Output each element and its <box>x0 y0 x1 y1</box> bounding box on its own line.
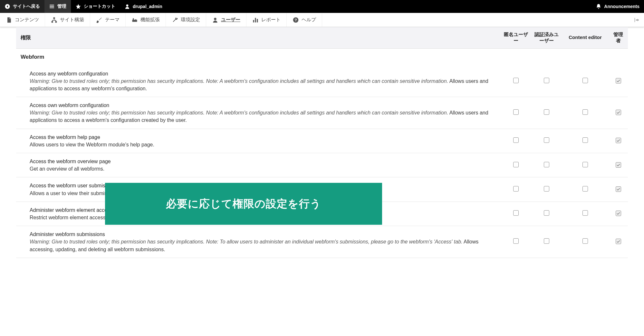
svg-rect-3 <box>50 7 54 8</box>
permission-cell: Access the webform overview pageGet an o… <box>16 153 501 177</box>
col-anon: 匿名ユーザー <box>501 27 531 48</box>
structure-icon <box>51 17 57 23</box>
document-icon <box>6 17 12 23</box>
permission-checkbox[interactable] <box>582 186 588 192</box>
announcements-button[interactable]: Announcements <box>591 0 644 13</box>
svg-text:?: ? <box>294 18 297 22</box>
permission-checkbox[interactable] <box>544 238 549 244</box>
puzzle-icon <box>131 17 138 23</box>
permission-checkbox[interactable] <box>616 138 621 143</box>
checkbox-cell <box>531 65 562 97</box>
permission-checkbox[interactable] <box>582 78 588 83</box>
module-row: Webform <box>16 48 628 65</box>
brush-icon <box>96 17 102 23</box>
permission-checkbox[interactable] <box>513 238 519 244</box>
permission-title: Access the webform overview page <box>30 158 497 165</box>
permission-description: Warning: Give to trusted roles only; thi… <box>30 77 497 92</box>
tab-theme-label: テーマ <box>105 17 120 23</box>
tab-structure[interactable]: サイト構築 <box>45 13 90 27</box>
permission-checkbox[interactable] <box>616 186 621 192</box>
tab-extend[interactable]: 機能拡張 <box>126 13 166 27</box>
tab-report-label: レポート <box>261 17 281 23</box>
permission-description: Warning: Give to trusted roles only; thi… <box>30 109 497 124</box>
checkbox-cell <box>501 65 531 97</box>
tab-help[interactable]: ? ヘルプ <box>287 13 322 27</box>
tab-content[interactable]: コンテンツ <box>0 13 45 27</box>
permission-checkbox[interactable] <box>616 110 621 115</box>
tab-people[interactable]: ユーザー <box>206 13 246 27</box>
svg-rect-11 <box>257 19 258 22</box>
permission-checkbox[interactable] <box>544 109 549 115</box>
tab-theme[interactable]: テーマ <box>90 13 126 27</box>
permission-checkbox[interactable] <box>513 210 519 216</box>
permission-checkbox[interactable] <box>582 210 588 216</box>
svg-rect-6 <box>52 21 53 23</box>
checkbox-cell <box>501 226 531 258</box>
checkbox-cell <box>501 153 531 177</box>
permission-row: Access own webform configurationWarning:… <box>16 97 628 129</box>
checkbox-cell <box>531 129 562 153</box>
module-name: Webform <box>16 48 628 65</box>
checkbox-cell <box>531 226 562 258</box>
permission-checkbox[interactable] <box>544 162 549 167</box>
permissions-content: 権限 匿名ユーザー 認証済みユーザー Content editor 管理者 We… <box>0 27 644 271</box>
permission-checkbox[interactable] <box>616 162 621 168</box>
collapse-icon <box>634 17 640 23</box>
permission-warning: Warning: Give to trusted roles only; thi… <box>30 78 448 84</box>
permission-checkbox[interactable] <box>544 78 549 83</box>
permission-checkbox[interactable] <box>582 238 588 244</box>
tab-people-label: ユーザー <box>221 17 240 23</box>
permission-checkbox[interactable] <box>616 78 621 84</box>
permission-checkbox[interactable] <box>513 186 519 192</box>
permission-checkbox[interactable] <box>513 109 519 115</box>
shortcuts-label: ショートカット <box>84 4 115 9</box>
checkbox-cell <box>609 97 628 129</box>
manage-button[interactable]: 管理 <box>44 0 71 13</box>
checkbox-cell <box>531 177 562 202</box>
tab-content-label: コンテンツ <box>15 17 39 23</box>
permission-checkbox[interactable] <box>544 186 549 192</box>
admin-tabs: コンテンツ サイト構築 テーマ 機能拡張 環境設定 ユーザー レポート ? ヘル… <box>0 13 644 27</box>
permission-checkbox[interactable] <box>544 137 549 143</box>
permission-cell: Access the webform help pageAllows users… <box>16 129 501 153</box>
permission-title: Administer webform submissions <box>30 231 497 238</box>
checkbox-cell <box>531 97 562 129</box>
checkbox-cell <box>609 202 628 226</box>
permission-desc-text: Allows users to view the Webform module'… <box>30 142 154 147</box>
checkbox-cell <box>609 153 628 177</box>
orientation-toggle[interactable] <box>630 13 644 27</box>
tab-report[interactable]: レポート <box>246 13 287 27</box>
checkbox-cell <box>501 129 531 153</box>
tab-config[interactable]: 環境設定 <box>166 13 206 27</box>
tab-config-label: 環境設定 <box>181 17 200 23</box>
permission-checkbox[interactable] <box>513 137 519 143</box>
shortcuts-button[interactable]: ショートカット <box>71 0 120 13</box>
people-icon <box>212 17 218 23</box>
permission-checkbox[interactable] <box>513 78 519 83</box>
checkbox-cell <box>501 177 531 202</box>
permission-checkbox[interactable] <box>616 239 621 244</box>
permission-checkbox[interactable] <box>582 137 588 143</box>
permission-description: Get an overview of all webforms. <box>30 165 497 173</box>
top-toolbar: サイトへ戻る 管理 ショートカット drupal_admin Announcem… <box>0 0 644 13</box>
table-header-row: 権限 匿名ユーザー 認証済みユーザー Content editor 管理者 <box>16 27 628 48</box>
permission-row: Access the webform help pageAllows users… <box>16 129 628 153</box>
checkbox-cell <box>562 202 609 226</box>
annotation-banner: 必要に応じて権限の設定を行う <box>105 183 382 225</box>
permission-checkbox[interactable] <box>513 162 519 167</box>
checkbox-cell <box>562 226 609 258</box>
permission-description: Warning: Give to trusted roles only; thi… <box>30 238 497 253</box>
permission-checkbox[interactable] <box>544 210 549 216</box>
col-admin: 管理者 <box>609 27 628 48</box>
svg-rect-9 <box>253 20 254 23</box>
permission-checkbox[interactable] <box>582 109 588 115</box>
permission-checkbox[interactable] <box>616 211 621 216</box>
permission-checkbox[interactable] <box>582 162 588 167</box>
back-to-site-button[interactable]: サイトへ戻る <box>0 0 44 13</box>
checkbox-cell <box>609 226 628 258</box>
col-permission: 権限 <box>16 27 501 48</box>
permission-title: Access any webform configuration <box>30 70 497 77</box>
toolbar-left: サイトへ戻る 管理 ショートカット drupal_admin <box>0 0 167 13</box>
user-button[interactable]: drupal_admin <box>120 0 167 13</box>
back-label: サイトへ戻る <box>13 4 40 9</box>
